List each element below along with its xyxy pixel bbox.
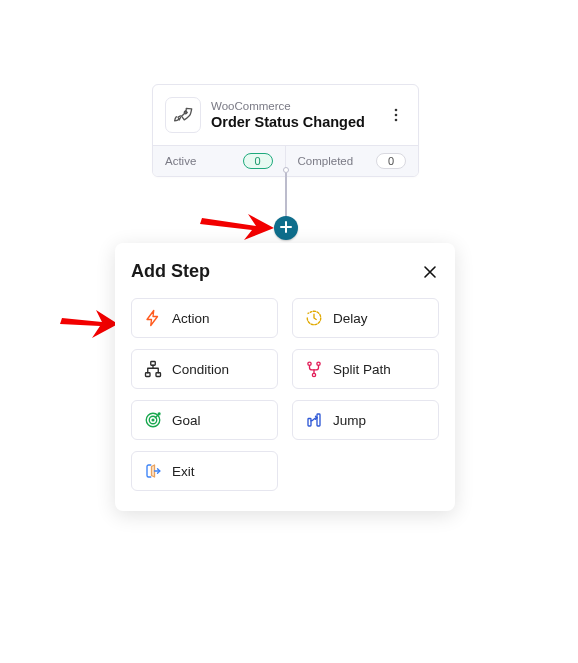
svg-point-3 <box>395 119 398 122</box>
stat-active-count: 0 <box>243 153 273 169</box>
add-step-panel: Add Step Action <box>115 243 455 511</box>
rocket-icon <box>165 97 201 133</box>
step-option-condition[interactable]: Condition <box>131 349 278 389</box>
clock-icon <box>305 309 323 327</box>
stat-completed-count: 0 <box>376 153 406 169</box>
stat-completed[interactable]: Completed 0 <box>286 146 419 176</box>
sitemap-icon <box>144 360 162 378</box>
step-option-label: Exit <box>172 464 195 479</box>
target-icon <box>144 411 162 429</box>
annotation-arrow-icon <box>60 304 120 342</box>
panel-title: Add Step <box>131 261 210 282</box>
jump-icon <box>305 411 323 429</box>
step-option-split[interactable]: Split Path <box>292 349 439 389</box>
step-option-label: Goal <box>172 413 201 428</box>
step-option-action[interactable]: Action <box>131 298 278 338</box>
svg-rect-15 <box>317 414 320 426</box>
exit-icon <box>144 462 162 480</box>
trigger-app-label: WooCommerce <box>211 100 384 112</box>
bolt-icon <box>144 309 162 327</box>
step-option-label: Split Path <box>333 362 391 377</box>
annotation-arrow-icon <box>200 204 276 240</box>
svg-point-1 <box>395 109 398 112</box>
stat-completed-label: Completed <box>298 155 354 167</box>
step-option-label: Delay <box>333 311 368 326</box>
kebab-menu-icon[interactable] <box>384 107 408 123</box>
svg-point-13 <box>152 419 154 421</box>
svg-point-2 <box>395 114 398 117</box>
stat-active-label: Active <box>165 155 196 167</box>
close-icon[interactable] <box>421 263 439 281</box>
step-option-delay[interactable]: Delay <box>292 298 439 338</box>
plus-icon <box>280 219 292 237</box>
step-option-label: Action <box>172 311 210 326</box>
trigger-card[interactable]: WooCommerce Order Status Changed Active … <box>152 84 419 177</box>
step-option-exit[interactable]: Exit <box>131 451 278 491</box>
svg-rect-14 <box>308 419 311 427</box>
step-option-label: Condition <box>172 362 229 377</box>
trigger-event-label: Order Status Changed <box>211 114 384 130</box>
step-option-goal[interactable]: Goal <box>131 400 278 440</box>
trigger-header: WooCommerce Order Status Changed <box>153 85 418 145</box>
add-step-button[interactable] <box>274 216 298 240</box>
step-option-jump[interactable]: Jump <box>292 400 439 440</box>
split-icon <box>305 360 323 378</box>
step-option-label: Jump <box>333 413 366 428</box>
connector-line <box>285 173 287 217</box>
stat-active[interactable]: Active 0 <box>153 146 286 176</box>
